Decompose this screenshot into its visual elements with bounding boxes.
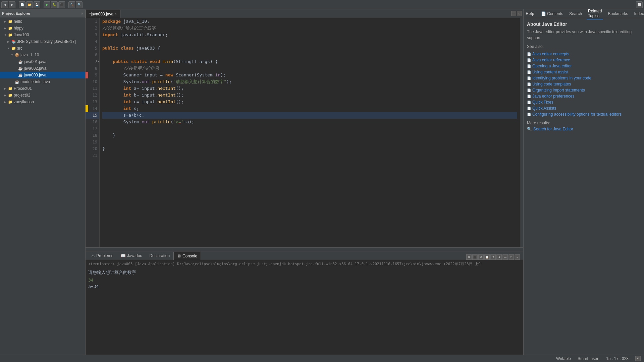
console-input-value: 34 [88,278,521,283]
sidebar-item-java100[interactable]: ▼ 📁 Java100 [0,32,85,38]
code-line-1: package java_1_10; [102,18,517,25]
toolbar-btn-maximize[interactable]: ⬜ [636,1,643,8]
bottom-tab-console[interactable]: 🖥 Console [173,252,201,260]
code-line-4 [102,38,517,45]
help-tab-index[interactable]: Index [633,11,644,17]
toolbar-btn-back[interactable]: ◀ [1,1,8,8]
code-line-11: int a= input.nextInt(); [102,85,517,92]
help-link-java-editor-concepts[interactable]: 📄 Java editor concepts [527,51,641,57]
sidebar-item-java110[interactable]: ▼ 📦 java_1_10 [0,52,85,58]
toolbar-btn-run[interactable]: ▶ [44,1,50,8]
sidebar-item-procect01[interactable]: ▶ 📁 Procect01 [0,85,85,92]
help-link-quick-assists[interactable]: 📄 Quick Assists [527,105,641,111]
sidebar-item-java003[interactable]: ▶ ☕ java003.java [0,72,85,78]
editor-minimize-btn[interactable]: — [511,11,516,16]
toolbar-btn-stop[interactable]: ⬛ [58,1,65,8]
toolbar-btn-new[interactable]: 📄 [19,1,25,8]
sidebar-item-java001[interactable]: ▶ ☕ java001.java [0,58,85,65]
help-more-results-label: More results: [527,121,641,125]
editor-tab-label: *java003.java [89,12,113,16]
help-link-accessibility[interactable]: 📄 Configuring accessibility options for … [527,111,641,117]
sidebar-item-zuoyikaosh[interactable]: ▶ 📁 zuoyikaosh [0,99,85,105]
sidebar-item-java002[interactable]: ▶ ☕ java002.java [0,65,85,72]
help-link-java-editor-reference[interactable]: 📄 Java editor reference [527,57,641,63]
doc-icon-6: 📄 [527,82,531,86]
bottom-tabs: ⚠ Problems 📖 Javadoc Declaration 🖥 Conso… [86,251,523,260]
sidebar-item-module-info[interactable]: ▶ ☕ module-info.java [0,78,85,85]
main-toolbar: ◀ ▶ 📄 📂 💾 ▶ 🐛 ⬛ 🔨 🔍 ⬜ [0,0,644,9]
help-panel-heading: About Java Editor [527,21,641,27]
line-num-8: 8 [86,65,99,72]
sidebar-item-hippy[interactable]: ▶ 📁 hippy [0,25,85,32]
code-line-8: //接受用户的信息 [102,65,517,72]
bottom-tab-problems[interactable]: ⚠ Problems [88,252,117,260]
console-minimize-btn[interactable]: — [502,254,508,260]
console-icon: 🖥 [177,254,181,258]
code-line-6 [102,52,517,58]
line-num-6: 6 [86,52,99,58]
console-clear-btn[interactable]: ✕ [466,254,472,260]
app-window: ◀ ▶ 📄 📂 💾 ▶ 🐛 ⬛ 🔨 🔍 ⬜ Project Explorer × [0,0,644,362]
help-link-code-templates[interactable]: 📄 Using code templates [527,81,641,87]
console-close-btn[interactable]: × [515,254,520,260]
code-line-14: int s; [102,105,517,112]
bottom-tab-javadoc[interactable]: 📖 Javadoc [117,252,146,260]
bottom-tab-declaration[interactable]: Declaration [146,252,173,260]
console-btn4[interactable]: 📋 [484,254,490,260]
doc-icon-7: 📄 [527,88,531,92]
console-btn3[interactable]: ⚙ [478,254,484,260]
console-btn5[interactable]: ⬆ [490,254,496,260]
toolbar-btn-open[interactable]: 📂 [26,1,33,8]
sidebar-item-src[interactable]: ▼ 📁 src [0,45,85,52]
javadoc-icon: 📖 [121,253,126,258]
help-link-quick-fixes[interactable]: 📄 Quick Fixes [527,99,641,105]
code-area[interactable]: package java_1_10; //计算用户输入的三个数字 import … [100,18,520,247]
code-line-3: import java.util.Scanner; [102,32,517,38]
help-panel: Help 📄 Contents Search Related Topics Bo… [523,9,644,355]
status-settings-btn[interactable]: ⚙ [635,356,641,361]
search-icon: 🔍 [527,127,532,131]
editor-tab-java003[interactable]: *java003.java × [86,10,120,18]
sidebar-item-hello[interactable]: ▶ 📁 hello [0,18,85,25]
help-tab-search[interactable]: Search [568,11,583,17]
code-line-21 [102,152,517,159]
editor-scrollbar-h[interactable] [86,247,523,251]
help-link-editor-preferences[interactable]: 📄 Java editor preferences [527,93,641,99]
console-output: <terminated> java003 [Java Application] … [86,260,523,355]
toolbar-btn-save[interactable]: 💾 [34,1,40,8]
help-tab-contents[interactable]: 📄 Contents [540,11,565,17]
line-num-17: 17 [86,125,99,132]
code-line-13: int c= input.nextInt(); [102,99,517,105]
sidebar-item-jre[interactable]: ▶ 📚 JRE System Library [JavaSE-17] [0,38,85,45]
help-link-content-assist[interactable]: 📄 Using content assist [527,69,641,75]
line-num-4: 4 [86,38,99,45]
line-num-12: 12 [86,92,99,99]
doc-icon-9: 📄 [527,101,531,104]
sidebar-item-project02[interactable]: ▶ 📁 project02 [0,92,85,99]
help-link-organizing-imports[interactable]: 📄 Organizing import statements [527,87,641,93]
line-num-16: 16 [86,119,99,125]
console-output-line2: a=34 [88,283,521,290]
status-position: 15 : 17 : 328 [606,356,629,361]
line-num-19: 19 [86,139,99,145]
help-panel-description: The Java editor provides you with Java s… [527,29,641,41]
help-tab-bookmarks[interactable]: Bookmarks [606,11,629,17]
editor-scrollbar-v[interactable] [520,18,523,247]
toolbar-btn-build[interactable]: 🔨 [68,1,75,8]
line-numbers: 1 2 3 4 5 6 7• 8 9 10 11 12 13 14 [86,18,100,247]
line-num-11: 11 [86,85,99,92]
help-link-identifying-problems[interactable]: 📄 Identifying problems in your code [527,75,641,81]
console-maximize-btn[interactable]: □ [508,254,514,260]
editor-maximize-btn[interactable]: □ [517,11,522,16]
toolbar-btn-search[interactable]: 🔍 [76,1,83,8]
help-search-java-editor[interactable]: 🔍 Search for Java Editor [527,127,641,131]
console-btn6[interactable]: ⬇ [496,254,502,260]
console-stop-btn[interactable]: ⬛ [472,254,478,260]
toolbar-btn-fwd[interactable]: ▶ [9,1,15,8]
code-line-17 [102,125,517,132]
sidebar-collapse-btn[interactable]: × [81,11,83,15]
help-content: About Java Editor The Java editor provid… [524,18,644,355]
help-link-opening-java-editor[interactable]: 📄 Opening a Java editor [527,63,641,69]
toolbar-btn-debug[interactable]: 🐛 [51,1,58,8]
editor-tab-close[interactable]: × [115,12,117,16]
